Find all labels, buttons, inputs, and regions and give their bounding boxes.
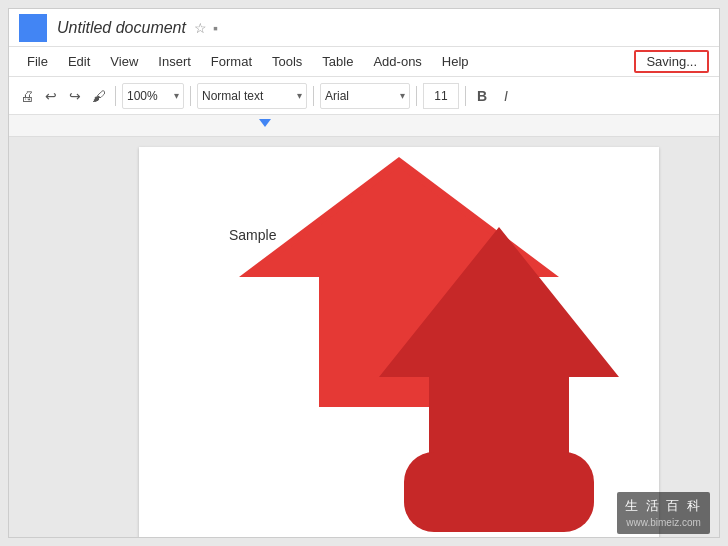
- menu-bar: File Edit View Insert Format Tools Table…: [9, 47, 719, 77]
- toolbar-separator-3: [313, 86, 314, 106]
- watermark-title: 生 活 百 科: [625, 496, 702, 516]
- menu-view[interactable]: View: [102, 52, 146, 71]
- red-arrow-svg: [139, 147, 659, 537]
- document-title[interactable]: Untitled document: [57, 19, 186, 37]
- main-area: Sample: [9, 137, 719, 537]
- ruler: [9, 115, 719, 137]
- menu-edit[interactable]: Edit: [60, 52, 98, 71]
- italic-button[interactable]: I: [496, 86, 516, 106]
- toolbar-separator-1: [115, 86, 116, 106]
- menu-addons[interactable]: Add-ons: [365, 52, 429, 71]
- font-value: Arial: [325, 89, 349, 103]
- app-frame: Untitled document ☆ ▪ File Edit View Ins…: [8, 8, 720, 538]
- zoom-chevron: ▾: [174, 90, 179, 101]
- style-select[interactable]: Normal text ▾: [197, 83, 307, 109]
- sample-text: Sample: [229, 227, 276, 243]
- saving-button[interactable]: Saving...: [634, 50, 709, 73]
- ruler-marker: [259, 119, 271, 127]
- menu-file[interactable]: File: [19, 52, 56, 71]
- page-container: Sample: [79, 137, 719, 537]
- annotation-arrow: [139, 147, 659, 537]
- folder-icon[interactable]: ▪: [213, 20, 218, 36]
- redo-icon[interactable]: ↪: [65, 86, 85, 106]
- menu-tools[interactable]: Tools: [264, 52, 310, 71]
- svg-marker-0: [239, 157, 559, 407]
- paint-format-icon[interactable]: 🖌: [89, 86, 109, 106]
- font-size-input[interactable]: [423, 83, 459, 109]
- style-chevron: ▾: [297, 90, 302, 101]
- toolbar: 🖨 ↩ ↪ 🖌 100% ▾ Normal text ▾ Arial ▾ B I: [9, 77, 719, 115]
- title-bar: Untitled document ☆ ▪: [9, 9, 719, 47]
- print-icon[interactable]: 🖨: [17, 86, 37, 106]
- left-margin: [9, 137, 79, 537]
- zoom-value: 100%: [127, 89, 158, 103]
- svg-marker-1: [249, 167, 549, 402]
- style-value: Normal text: [202, 89, 263, 103]
- menu-insert[interactable]: Insert: [150, 52, 199, 71]
- toolbar-separator-4: [416, 86, 417, 106]
- font-chevron: ▾: [400, 90, 405, 101]
- svg-rect-3: [404, 452, 594, 532]
- watermark-url: www.bimeiz.com: [625, 515, 702, 530]
- document-page[interactable]: Sample: [139, 147, 659, 537]
- toolbar-separator-5: [465, 86, 466, 106]
- star-icon[interactable]: ☆: [194, 20, 207, 36]
- menu-format[interactable]: Format: [203, 52, 260, 71]
- menu-help[interactable]: Help: [434, 52, 477, 71]
- google-logo-icon: [19, 14, 47, 42]
- font-select[interactable]: Arial ▾: [320, 83, 410, 109]
- undo-icon[interactable]: ↩: [41, 86, 61, 106]
- toolbar-separator-2: [190, 86, 191, 106]
- menu-table[interactable]: Table: [314, 52, 361, 71]
- ruler-content: [9, 115, 719, 136]
- bold-button[interactable]: B: [472, 86, 492, 106]
- zoom-select[interactable]: 100% ▾: [122, 83, 184, 109]
- watermark: 生 活 百 科 www.bimeiz.com: [617, 492, 710, 535]
